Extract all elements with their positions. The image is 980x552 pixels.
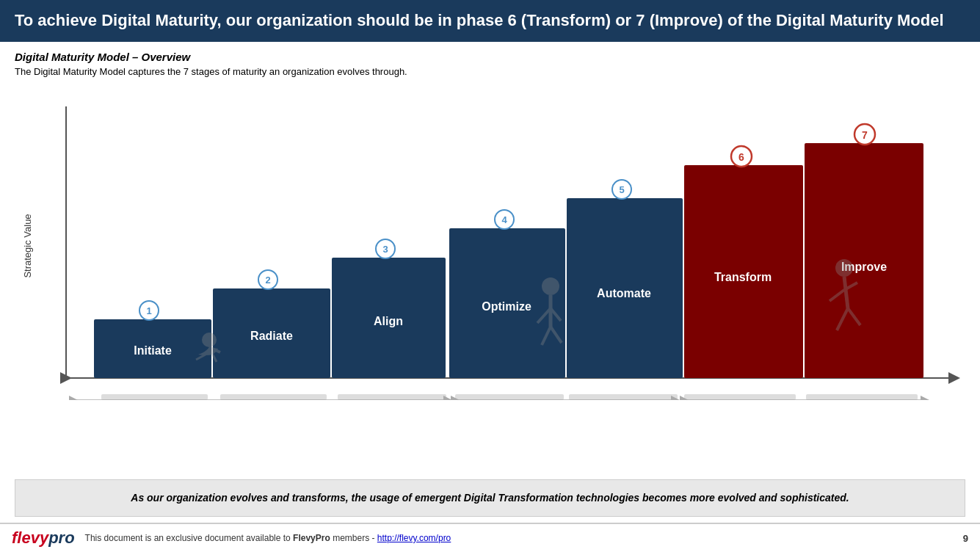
svg-rect-5 xyxy=(338,394,446,400)
svg-point-48 xyxy=(835,259,853,277)
svg-text:2: 2 xyxy=(265,275,270,286)
svg-text:Transform: Transform xyxy=(714,271,772,283)
svg-text:3: 3 xyxy=(382,244,388,255)
footer: flevypro This document is an exclusive d… xyxy=(0,523,980,552)
svg-text:1: 1 xyxy=(146,305,151,316)
svg-point-42 xyxy=(542,277,559,295)
footer-link[interactable]: http://flevy.com/pro xyxy=(377,533,451,543)
svg-rect-6 xyxy=(455,394,564,400)
svg-text:Automate: Automate xyxy=(597,287,651,299)
svg-text:Align: Align xyxy=(374,315,403,327)
footer-logo: flevypro xyxy=(12,529,75,548)
logo-flevy: flevy xyxy=(12,529,48,548)
svg-rect-3 xyxy=(101,394,208,400)
logo-pro: pro xyxy=(48,529,74,548)
svg-point-38 xyxy=(202,333,217,347)
footer-page-number: 9 xyxy=(963,533,968,544)
svg-rect-9 xyxy=(806,394,918,400)
note-box: As our organization evolves and transfor… xyxy=(15,479,965,517)
page-title: To achieve Digital Maturity, our organiz… xyxy=(15,10,965,32)
chart-svg: Strategic Value 1 In xyxy=(15,84,965,400)
svg-text:7: 7 xyxy=(862,129,868,141)
svg-text:4: 4 xyxy=(501,214,507,225)
footer-disclaimer: This document is an exclusive document a… xyxy=(85,533,451,543)
svg-text:Optimize: Optimize xyxy=(482,300,531,313)
svg-text:5: 5 xyxy=(619,184,624,195)
header: To achieve Digital Maturity, our organiz… xyxy=(0,0,980,42)
svg-text:6: 6 xyxy=(738,151,744,163)
svg-rect-7 xyxy=(569,394,678,400)
svg-rect-8 xyxy=(684,394,796,400)
svg-text:Initiate: Initiate xyxy=(134,344,172,357)
svg-text:Strategic Value: Strategic Value xyxy=(22,214,33,277)
section-title: Digital Maturity Model – Overview xyxy=(15,51,965,63)
page-wrapper: To achieve Digital Maturity, our organiz… xyxy=(0,0,980,552)
note-text: As our organization evolves and transfor… xyxy=(33,490,947,506)
section-subtitle: The Digital Maturity Model captures the … xyxy=(15,66,965,77)
main-content: Digital Maturity Model – Overview The Di… xyxy=(0,42,980,523)
chart-area: Strategic Value 1 In xyxy=(15,84,965,473)
svg-rect-4 xyxy=(220,394,327,400)
svg-text:Radiate: Radiate xyxy=(250,330,293,342)
